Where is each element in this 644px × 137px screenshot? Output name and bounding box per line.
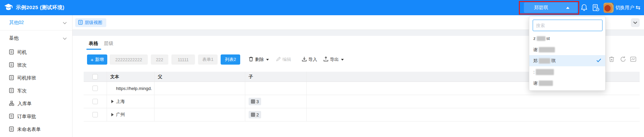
workflow-icon xyxy=(9,101,14,107)
column-header-parent[interactable]: 父 xyxy=(155,72,245,82)
chevron-down-icon xyxy=(63,35,67,41)
row-checkbox[interactable] xyxy=(92,99,98,104)
switch-user-button[interactable]: 切换用户 xyxy=(615,0,634,15)
tab-label: 表格 xyxy=(89,41,98,46)
child-records-badge[interactable]: 2 xyxy=(249,111,261,118)
cell-value[interactable]: https://help.mingd. xyxy=(116,86,152,91)
collapse-chevron-button[interactable] xyxy=(631,18,640,27)
sidebar-group-jita[interactable]: 基他 xyxy=(0,30,72,46)
column-label: 文本 xyxy=(110,74,119,80)
sidebar-item-rukudan[interactable]: 入库单 xyxy=(0,97,72,110)
column-header-text[interactable]: 文本 xyxy=(107,72,155,82)
user-avatar[interactable] xyxy=(604,3,614,13)
table-row[interactable]: 广州 2 xyxy=(84,108,640,121)
select-all-cell xyxy=(84,72,107,82)
sidebar-item-checi[interactable]: 车次 xyxy=(0,85,72,97)
delete-label: 删除 xyxy=(255,56,264,63)
user-menu-item[interactable]: 谢 xyxy=(529,77,605,89)
child-records-badge[interactable]: 3 xyxy=(249,98,261,105)
worksheet-icon xyxy=(9,75,14,82)
chevron-down-icon xyxy=(63,20,67,26)
refresh-icon[interactable] xyxy=(619,56,627,63)
user-name-fragment: 谢 xyxy=(533,47,538,53)
sidebar-item-banci[interactable]: 班次 xyxy=(0,59,72,72)
column-label: 子 xyxy=(249,74,253,80)
sidebar-item-weimingmingbiaodan[interactable]: 未命名表单 xyxy=(0,123,72,136)
cell-value[interactable]: 上海 xyxy=(116,98,125,105)
import-button[interactable]: 导入 xyxy=(302,54,317,65)
chevron-down-icon xyxy=(633,21,637,24)
statistics-chart-icon[interactable] xyxy=(629,56,637,63)
custom-button-form1[interactable]: 表单1 xyxy=(198,54,218,65)
privacy-mask xyxy=(536,69,554,75)
tab-table[interactable]: 表格 xyxy=(89,41,98,47)
import-icon xyxy=(302,56,307,63)
sidebar: 其他02 基他 司机 班次 司机排班 车次 入库单 xyxy=(0,15,73,137)
user-name-fragment: st xyxy=(547,36,550,41)
current-user-name: 郑碧琪 xyxy=(534,5,566,11)
sidebar-item-sijipaiban[interactable]: 司机排班 xyxy=(0,72,72,85)
sidebar-item-label: 车次 xyxy=(17,88,27,94)
user-menu-item[interactable]: 谢 xyxy=(529,44,605,55)
custom-button-3[interactable]: 11111 xyxy=(171,54,195,65)
expand-arrow-icon[interactable] xyxy=(110,100,114,103)
row-checkbox[interactable] xyxy=(92,86,98,91)
task-report-icon[interactable] xyxy=(592,0,599,15)
current-user-select[interactable]: 郑碧琪 xyxy=(524,2,578,13)
sidebar-item-siji[interactable]: 司机 xyxy=(0,46,72,59)
export-label: 导出 xyxy=(330,56,339,63)
switch-user-label: 切换用户 xyxy=(615,5,634,11)
sidebar-item-label: 司机 xyxy=(17,49,27,55)
swap-account-icon[interactable]: ⇆ xyxy=(636,0,640,15)
graduation-cap-icon xyxy=(4,3,13,12)
app-header: 示例2025 (测试环境) 郑碧琪 切换用户 ⇆ xyxy=(0,0,644,15)
cell-value[interactable]: 广州 xyxy=(116,112,125,118)
sidebar-item-label: 司机排班 xyxy=(17,75,36,81)
parent-cell xyxy=(155,95,245,108)
add-record-button[interactable]: + 新增 xyxy=(87,54,107,65)
export-icon xyxy=(324,56,328,63)
privacy-mask xyxy=(539,58,550,64)
column-header-child[interactable]: 子 xyxy=(245,72,307,82)
chevron-up-icon xyxy=(566,7,569,9)
grid-icon xyxy=(251,99,255,104)
tab-hierarchy[interactable]: 层级 xyxy=(104,41,113,47)
user-name-fragment: 谢 xyxy=(533,80,538,86)
delete-button[interactable]: 删除 xyxy=(249,54,269,65)
sidebar-item-label: 未命名表单 xyxy=(17,127,41,133)
sidebar-item-label: 班次 xyxy=(17,62,27,68)
user-name-fragment: 琪 xyxy=(551,58,556,64)
sidebar-item-dingdanshenpi[interactable]: 订单审批 xyxy=(0,110,72,123)
recycle-bin-icon[interactable] xyxy=(608,56,615,63)
child-cell: 2 xyxy=(245,108,307,121)
worksheet-icon xyxy=(9,88,14,94)
user-menu-item[interactable]: : xyxy=(529,66,605,77)
privacy-mask xyxy=(539,47,555,52)
table-row[interactable]: 上海 3 xyxy=(84,95,640,108)
tab-label: 层级 xyxy=(104,41,113,46)
user-switch-dropdown: zst 谢 郑琪 : 谢 xyxy=(529,16,606,91)
list2-label: 列表2 xyxy=(225,56,236,63)
notification-bell-icon[interactable] xyxy=(581,0,587,15)
user-name-fragment: 郑 xyxy=(533,58,538,64)
custom-button-2[interactable]: 222 xyxy=(151,54,168,65)
caret-down-icon xyxy=(341,59,344,61)
export-button[interactable]: 导出 xyxy=(324,54,344,65)
custom-button-label: 表单1 xyxy=(202,56,213,63)
user-search-input[interactable] xyxy=(533,20,603,31)
expand-arrow-icon[interactable] xyxy=(110,113,114,116)
list2-button[interactable]: 列表2 xyxy=(221,54,240,65)
edit-button[interactable]: 编辑 xyxy=(276,54,291,65)
user-menu-item[interactable]: zst xyxy=(529,33,605,44)
active-tab-underline xyxy=(86,49,101,50)
select-all-checkbox[interactable] xyxy=(92,74,98,79)
checkmark-icon xyxy=(596,58,601,63)
worksheet-icon xyxy=(9,49,14,56)
view-tab-hierarchy[interactable]: 层级视图 xyxy=(75,18,106,27)
sidebar-group-label: 基他 xyxy=(9,35,63,41)
custom-button-1[interactable]: 22222222222 xyxy=(110,54,148,65)
user-name-fragment: : xyxy=(533,69,535,74)
sidebar-group-qita02[interactable]: 其他02 xyxy=(0,15,72,30)
row-checkbox[interactable] xyxy=(92,112,98,117)
user-menu-item-selected[interactable]: 郑琪 xyxy=(529,55,605,66)
